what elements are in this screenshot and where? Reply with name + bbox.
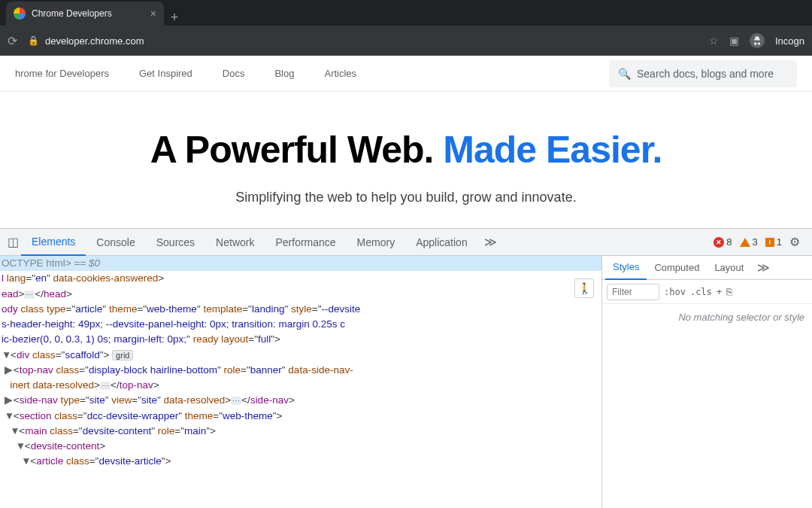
url-text: developer.chrome.com	[45, 35, 144, 47]
issue-count[interactable]: !1	[765, 236, 782, 248]
gear-icon[interactable]: ⚙	[789, 235, 800, 249]
search-icon: 🔍	[618, 68, 631, 80]
inspect-icon[interactable]: ◫	[5, 235, 21, 249]
tab-sources[interactable]: Sources	[146, 229, 205, 256]
tab-application[interactable]: Application	[405, 229, 478, 256]
reload-icon[interactable]: ⟳	[8, 34, 17, 48]
more-tabs-icon[interactable]: ≫	[478, 235, 503, 249]
nav-articles[interactable]: Articles	[324, 68, 356, 79]
tab-performance[interactable]: Performance	[265, 229, 346, 256]
dom-devsite-content[interactable]: ▼<devsite-content>	[0, 439, 601, 454]
cls-button[interactable]: .cls	[690, 287, 712, 297]
tab-network[interactable]: Network	[205, 229, 265, 256]
hov-button[interactable]: :hov	[664, 287, 686, 297]
dom-scaffold[interactable]: ▼<div class="scaffold"> grid	[0, 348, 601, 363]
new-style-icon[interactable]: +	[717, 286, 723, 297]
incognito-label: Incogn	[775, 35, 804, 47]
lock-icon: 🔒	[28, 35, 39, 46]
tab-layout[interactable]: Layout	[707, 256, 751, 280]
devtools-status: ✕8 3 !1 ⚙	[714, 235, 807, 249]
error-count[interactable]: ✕8	[714, 236, 732, 248]
styles-panel: Styles Computed Layout ≫ :hov .cls + ⎘ N…	[601, 256, 812, 508]
computed-toggle-icon[interactable]: ⎘	[726, 286, 732, 297]
dom-topnav[interactable]: ▶<top-nav class="display-block hairline-…	[0, 363, 601, 378]
tab-title: Chrome Developers	[32, 8, 144, 19]
site-nav: hrome for Developers Get Inspired Docs B…	[15, 68, 356, 79]
tab-strip: Chrome Developers × +	[0, 0, 812, 26]
dom-head[interactable]: ead>⋯</head>	[0, 287, 601, 302]
chrome-icon	[14, 8, 26, 20]
search-placeholder: Search docs, blogs and more	[637, 68, 774, 80]
tab-console[interactable]: Console	[86, 229, 145, 256]
tab-elements[interactable]: Elements	[21, 229, 86, 256]
devtools-body: 🚶 OCTYPE html> == $0 l lang="en" data-co…	[0, 256, 812, 508]
elements-panel[interactable]: 🚶 OCTYPE html> == $0 l lang="en" data-co…	[0, 256, 601, 508]
browser-tab[interactable]: Chrome Developers ×	[6, 2, 164, 26]
hero-subtitle: Simplifying the web to help you build, g…	[15, 190, 797, 205]
address-bar[interactable]: 🔒 developer.chrome.com	[28, 35, 698, 47]
devtools-toolbar: ◫ Elements Console Sources Network Perfo…	[0, 229, 812, 256]
styles-tabs: Styles Computed Layout ≫	[602, 256, 812, 280]
close-icon[interactable]: ×	[150, 8, 156, 20]
dom-section[interactable]: ▼<section class="dcc-devsite-wrapper" th…	[0, 409, 601, 424]
nav-chrome-developers[interactable]: hrome for Developers	[15, 68, 109, 79]
dom-main[interactable]: ▼<main class="devsite-content" role="mai…	[0, 424, 601, 439]
dom-body-style2[interactable]: ic-bezier(0, 0, 0.3, 1) 0s; margin-left:…	[0, 332, 601, 347]
extensions-icon[interactable]: ▣	[729, 35, 739, 47]
site-header: hrome for Developers Get Inspired Docs B…	[0, 56, 812, 92]
devtools-tabs: Elements Console Sources Network Perform…	[21, 229, 478, 256]
incognito-icon[interactable]	[750, 33, 765, 48]
browser-actions: ☆ ▣ Incogn	[709, 33, 804, 48]
warning-count[interactable]: 3	[740, 236, 758, 248]
dom-sidenav[interactable]: ▶<side-nav type="site" view="site" data-…	[0, 393, 601, 408]
tab-styles[interactable]: Styles	[605, 256, 647, 280]
styles-empty-message: No matching selector or style	[602, 304, 812, 330]
hero-title: A Powerful Web. Made Easier.	[15, 128, 797, 172]
star-icon[interactable]: ☆	[709, 35, 719, 47]
dom-html[interactable]: l lang="en" data-cookies-answered>	[0, 271, 601, 286]
styles-filter-input[interactable]	[607, 284, 659, 300]
dom-topnav2[interactable]: inert data-resolved>⋯</top-nav>	[0, 378, 601, 393]
nav-blog[interactable]: Blog	[274, 68, 294, 79]
dom-doctype[interactable]: OCTYPE html> == $0	[0, 256, 601, 271]
grid-badge[interactable]: grid	[112, 350, 133, 360]
new-tab-button[interactable]: +	[164, 10, 185, 26]
tab-computed[interactable]: Computed	[647, 256, 707, 280]
hero: A Powerful Web. Made Easier. Simplifying…	[0, 92, 812, 228]
tab-memory[interactable]: Memory	[347, 229, 406, 256]
dom-body-style[interactable]: s-header-height: 49px; --devsite-panel-h…	[0, 317, 601, 332]
styles-filter-row: :hov .cls + ⎘	[602, 280, 812, 304]
site-search[interactable]: 🔍 Search docs, blogs and more	[609, 60, 797, 87]
nav-docs[interactable]: Docs	[223, 68, 245, 79]
browser-chrome: Chrome Developers × + ⟳ 🔒 developer.chro…	[0, 0, 812, 56]
dom-body[interactable]: ody class type="article" theme="web-them…	[0, 302, 601, 317]
accessibility-icon[interactable]: 🚶	[574, 278, 594, 298]
devtools: ◫ Elements Console Sources Network Perfo…	[0, 228, 812, 508]
more-styles-tabs-icon[interactable]: ≫	[751, 260, 776, 275]
dom-article[interactable]: ▼<article class="devsite-article">	[0, 454, 601, 469]
address-bar-row: ⟳ 🔒 developer.chrome.com ☆ ▣ Incogn	[0, 26, 812, 56]
nav-get-inspired[interactable]: Get Inspired	[139, 68, 192, 79]
